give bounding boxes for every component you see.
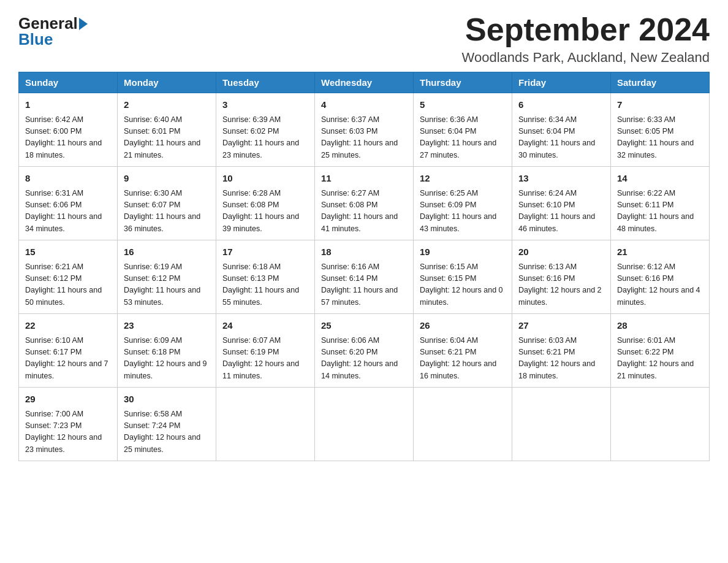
col-thursday: Thursday (414, 72, 512, 93)
table-row: 9Sunrise: 6:30 AMSunset: 6:07 PMDaylight… (118, 167, 216, 240)
table-row: 11Sunrise: 6:27 AMSunset: 6:08 PMDayligh… (315, 167, 414, 240)
table-row: 27Sunrise: 6:03 AMSunset: 6:21 PMDayligh… (512, 314, 611, 388)
calendar-week-row: 22Sunrise: 6:10 AMSunset: 6:17 PMDayligh… (19, 314, 710, 388)
table-row: 10Sunrise: 6:28 AMSunset: 6:08 PMDayligh… (216, 167, 315, 240)
title-block: September 2024 Woodlands Park, Auckland,… (462, 12, 710, 66)
day-number: 26 (420, 319, 506, 333)
day-number: 9 (124, 172, 210, 186)
table-row: 26Sunrise: 6:04 AMSunset: 6:21 PMDayligh… (414, 314, 512, 388)
day-info: Sunrise: 6:10 AMSunset: 6:17 PMDaylight:… (25, 335, 111, 383)
table-row: 22Sunrise: 6:10 AMSunset: 6:17 PMDayligh… (19, 314, 118, 388)
day-number: 30 (124, 393, 210, 407)
day-info: Sunrise: 6:36 AMSunset: 6:04 PMDaylight:… (420, 114, 506, 162)
day-info: Sunrise: 6:24 AMSunset: 6:10 PMDaylight:… (518, 188, 604, 236)
day-number: 27 (518, 319, 604, 333)
day-info: Sunrise: 6:12 AMSunset: 6:16 PMDaylight:… (617, 261, 703, 309)
table-row: 21Sunrise: 6:12 AMSunset: 6:16 PMDayligh… (611, 240, 710, 314)
day-number: 8 (25, 172, 111, 186)
table-row: 15Sunrise: 6:21 AMSunset: 6:12 PMDayligh… (19, 240, 118, 314)
calendar-week-row: 8Sunrise: 6:31 AMSunset: 6:06 PMDaylight… (19, 167, 710, 240)
table-row: 2Sunrise: 6:40 AMSunset: 6:01 PMDaylight… (118, 93, 216, 167)
col-monday: Monday (118, 72, 216, 93)
logo-general: General (18, 15, 78, 31)
day-number: 16 (124, 245, 210, 259)
day-number: 28 (617, 319, 703, 333)
day-info: Sunrise: 6:40 AMSunset: 6:01 PMDaylight:… (124, 114, 210, 162)
day-number: 12 (420, 172, 506, 186)
table-row: 6Sunrise: 6:34 AMSunset: 6:04 PMDaylight… (512, 93, 611, 167)
table-row: 25Sunrise: 6:06 AMSunset: 6:20 PMDayligh… (315, 314, 414, 388)
day-info: Sunrise: 7:00 AMSunset: 7:23 PMDaylight:… (25, 408, 111, 456)
table-row (611, 388, 710, 461)
table-row: 3Sunrise: 6:39 AMSunset: 6:02 PMDaylight… (216, 93, 315, 167)
day-number: 14 (617, 172, 703, 186)
table-row (414, 388, 512, 461)
day-number: 11 (321, 172, 407, 186)
col-wednesday: Wednesday (315, 72, 414, 93)
day-info: Sunrise: 6:37 AMSunset: 6:03 PMDaylight:… (321, 114, 407, 162)
day-info: Sunrise: 6:34 AMSunset: 6:04 PMDaylight:… (518, 114, 604, 162)
day-number: 2 (124, 98, 210, 112)
day-info: Sunrise: 6:58 AMSunset: 7:24 PMDaylight:… (124, 408, 210, 456)
table-row: 18Sunrise: 6:16 AMSunset: 6:14 PMDayligh… (315, 240, 414, 314)
day-number: 1 (25, 98, 111, 112)
day-number: 5 (420, 98, 506, 112)
day-info: Sunrise: 6:39 AMSunset: 6:02 PMDaylight:… (222, 114, 308, 162)
day-number: 20 (518, 245, 604, 259)
table-row: 13Sunrise: 6:24 AMSunset: 6:10 PMDayligh… (512, 167, 611, 240)
col-tuesday: Tuesday (216, 72, 315, 93)
day-number: 10 (222, 172, 308, 186)
table-row: 16Sunrise: 6:19 AMSunset: 6:12 PMDayligh… (118, 240, 216, 314)
table-row: 12Sunrise: 6:25 AMSunset: 6:09 PMDayligh… (414, 167, 512, 240)
table-row: 1Sunrise: 6:42 AMSunset: 6:00 PMDaylight… (19, 93, 118, 167)
day-info: Sunrise: 6:06 AMSunset: 6:20 PMDaylight:… (321, 335, 407, 383)
day-number: 15 (25, 245, 111, 259)
table-row: 19Sunrise: 6:15 AMSunset: 6:15 PMDayligh… (414, 240, 512, 314)
page-title: September 2024 (462, 12, 710, 47)
page-header: General Blue September 2024 Woodlands Pa… (18, 12, 710, 66)
table-row: 14Sunrise: 6:22 AMSunset: 6:11 PMDayligh… (611, 167, 710, 240)
day-number: 21 (617, 245, 703, 259)
day-info: Sunrise: 6:15 AMSunset: 6:15 PMDaylight:… (420, 261, 506, 309)
calendar-week-row: 1Sunrise: 6:42 AMSunset: 6:00 PMDaylight… (19, 93, 710, 167)
day-info: Sunrise: 6:30 AMSunset: 6:07 PMDaylight:… (124, 188, 210, 236)
day-info: Sunrise: 6:16 AMSunset: 6:14 PMDaylight:… (321, 261, 407, 309)
day-info: Sunrise: 6:19 AMSunset: 6:12 PMDaylight:… (124, 261, 210, 309)
table-row: 20Sunrise: 6:13 AMSunset: 6:16 PMDayligh… (512, 240, 611, 314)
day-info: Sunrise: 6:03 AMSunset: 6:21 PMDaylight:… (518, 335, 604, 383)
logo-text: General (18, 15, 89, 31)
day-number: 23 (124, 319, 210, 333)
day-info: Sunrise: 6:04 AMSunset: 6:21 PMDaylight:… (420, 335, 506, 383)
day-info: Sunrise: 6:31 AMSunset: 6:06 PMDaylight:… (25, 188, 111, 236)
calendar-table: Sunday Monday Tuesday Wednesday Thursday… (18, 72, 710, 461)
day-info: Sunrise: 6:13 AMSunset: 6:16 PMDaylight:… (518, 261, 604, 309)
day-info: Sunrise: 6:09 AMSunset: 6:18 PMDaylight:… (124, 335, 210, 383)
day-number: 18 (321, 245, 407, 259)
logo-arrow-icon (79, 18, 88, 30)
day-info: Sunrise: 6:42 AMSunset: 6:00 PMDaylight:… (25, 114, 111, 162)
table-row (512, 388, 611, 461)
day-number: 19 (420, 245, 506, 259)
day-number: 7 (617, 98, 703, 112)
day-number: 24 (222, 319, 308, 333)
day-info: Sunrise: 6:18 AMSunset: 6:13 PMDaylight:… (222, 261, 308, 309)
col-sunday: Sunday (19, 72, 118, 93)
day-info: Sunrise: 6:21 AMSunset: 6:12 PMDaylight:… (25, 261, 111, 309)
col-saturday: Saturday (611, 72, 710, 93)
logo: General Blue (18, 12, 89, 49)
calendar-header-row: Sunday Monday Tuesday Wednesday Thursday… (19, 72, 710, 93)
day-number: 22 (25, 319, 111, 333)
table-row: 24Sunrise: 6:07 AMSunset: 6:19 PMDayligh… (216, 314, 315, 388)
table-row: 4Sunrise: 6:37 AMSunset: 6:03 PMDaylight… (315, 93, 414, 167)
table-row: 8Sunrise: 6:31 AMSunset: 6:06 PMDaylight… (19, 167, 118, 240)
day-number: 29 (25, 393, 111, 407)
day-info: Sunrise: 6:33 AMSunset: 6:05 PMDaylight:… (617, 114, 703, 162)
day-number: 4 (321, 98, 407, 112)
calendar-week-row: 15Sunrise: 6:21 AMSunset: 6:12 PMDayligh… (19, 240, 710, 314)
table-row: 17Sunrise: 6:18 AMSunset: 6:13 PMDayligh… (216, 240, 315, 314)
table-row: 7Sunrise: 6:33 AMSunset: 6:05 PMDaylight… (611, 93, 710, 167)
day-info: Sunrise: 6:27 AMSunset: 6:08 PMDaylight:… (321, 188, 407, 236)
table-row: 28Sunrise: 6:01 AMSunset: 6:22 PMDayligh… (611, 314, 710, 388)
table-row (216, 388, 315, 461)
logo-blue: Blue (18, 30, 53, 49)
